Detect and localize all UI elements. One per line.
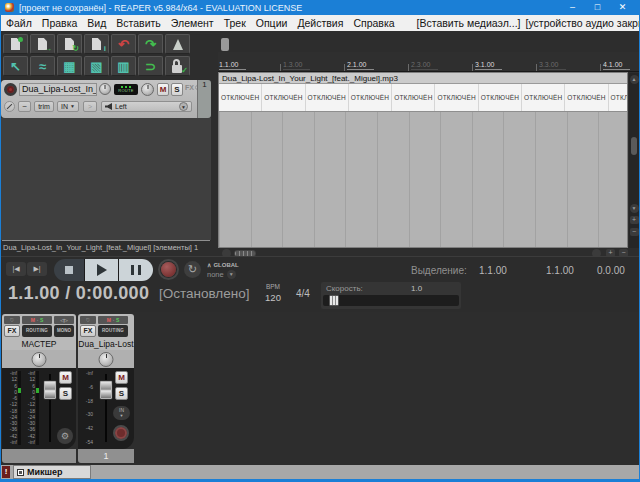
master-mute-button[interactable]: M [59, 371, 72, 384]
master-pan-knob[interactable] [32, 352, 47, 367]
menu-item-8[interactable]: Справка [348, 17, 399, 29]
new-project-button[interactable] [3, 34, 28, 54]
menu-item-5[interactable]: Трек [219, 17, 251, 29]
grid-settings-button[interactable]: ▦ [57, 56, 82, 76]
menu-item-7[interactable]: Действия [292, 17, 348, 29]
chevron-down-icon: ▼ [227, 270, 236, 279]
bpm-value[interactable]: 120 [255, 292, 291, 303]
media-item[interactable]: Dua_Lipa-Lost_In_Your_Light_[feat._Migue… [218, 72, 628, 248]
selection-end-field[interactable]: 1.1.00 [546, 265, 574, 276]
track-panel-empty-area[interactable] [1, 118, 211, 240]
offline-label: ОТКЛЮЧЁН [435, 84, 478, 111]
track-pan-knob[interactable] [141, 83, 154, 96]
stop-button[interactable] [54, 259, 85, 281]
scale-value: -18 [80, 399, 93, 404]
phase-button[interactable] [4, 101, 15, 112]
track-fx-button[interactable]: FX [80, 325, 96, 337]
vertical-scrollbar[interactable]: ▲ ▼ + − [629, 73, 639, 248]
timeline-ruler[interactable]: 1.1.000:00.001.3.000:01.002.1.000:02.002… [218, 52, 640, 72]
master-fader-thumb[interactable] [43, 380, 57, 400]
route-button[interactable]: ROUTE [114, 84, 138, 95]
channel-select-button[interactable]: Left ▼ [101, 101, 192, 112]
menu-item-2[interactable]: Вид [82, 17, 111, 29]
selection-start-field[interactable]: 1.1.00 [479, 265, 507, 276]
track-mute-button[interactable]: M [115, 371, 128, 384]
fx-enable-indicator[interactable]: ♡ [4, 316, 20, 324]
track-pan-knob[interactable] [99, 352, 114, 367]
zoom-in-vertical-button[interactable]: + [630, 216, 639, 224]
close-button[interactable]: ✕ [610, 0, 635, 15]
trim-envelope-button[interactable]: trim [34, 101, 54, 112]
pause-button[interactable] [119, 259, 153, 281]
menu-item-9[interactable]: [Вставить медиаэл...] [412, 17, 526, 29]
reaper-logo-icon [5, 3, 14, 12]
playrate-value[interactable]: 1.0 [411, 284, 422, 293]
window-title: [проект не сохранён] - REAPER v5.984/x64… [19, 3, 560, 13]
playrate-slider[interactable] [323, 295, 459, 306]
time-signature-field[interactable]: 4/4 [296, 288, 310, 299]
track-input-button[interactable]: IN▼ [113, 406, 130, 420]
track-volume-knob[interactable] [99, 83, 111, 95]
menu-item-1[interactable]: Правка [37, 17, 82, 29]
repeat-button[interactable]: ↻ [184, 261, 201, 278]
gear-icon[interactable]: ⚙ [57, 428, 73, 444]
menu-bar: ФайлПравкаВидВставитьЭлементТрекОпцииДей… [1, 15, 639, 31]
maximize-button[interactable]: □ [585, 0, 610, 15]
master-strip-name[interactable]: МАСТЕР [2, 338, 76, 350]
input-select-button[interactable]: IN▼ [57, 101, 79, 112]
scroll-up-button[interactable]: ▲ [630, 75, 639, 84]
scroll-down-button[interactable]: ▼ [630, 204, 639, 213]
lock-button[interactable]: ✓ [165, 56, 190, 76]
master-fx-button[interactable]: FX [4, 325, 20, 337]
auto-crossfade-icon: ⊃ [139, 57, 162, 75]
automation-override[interactable]: ∧GLOBAL none▼ [207, 261, 239, 279]
minimize-button[interactable]: – [560, 0, 585, 15]
redo-button[interactable]: ↷ [138, 34, 163, 54]
marquee-button[interactable]: ▧ [84, 56, 109, 76]
tab-mixer[interactable]: Микшер [13, 465, 91, 479]
open-project-button[interactable]: → [30, 34, 55, 54]
project-settings-button[interactable]: i [84, 34, 109, 54]
record-button[interactable] [158, 259, 179, 280]
go-to-end-button[interactable]: ▶| [27, 262, 47, 276]
ripple-button[interactable]: ▥ [111, 56, 136, 76]
menu-item-4[interactable]: Элемент [166, 17, 219, 29]
fx-enable-indicator[interactable]: ♡ [80, 316, 96, 324]
zoom-out-vertical-button[interactable]: − [630, 228, 639, 236]
menu-item-6[interactable]: Опции [251, 17, 293, 29]
track-solo-button[interactable]: S [115, 387, 128, 400]
track-number: 1 [202, 80, 206, 89]
play-button[interactable] [85, 259, 119, 281]
master-routing-button[interactable]: ROUTING [22, 325, 52, 337]
undo-button[interactable]: ↶ [111, 34, 136, 54]
master-mono-button[interactable]: MONO [54, 325, 74, 337]
record-arm-button[interactable] [4, 83, 17, 96]
envelope-button[interactable]: ~ [18, 101, 31, 112]
selection-length-field[interactable]: 0.0.00 [597, 265, 625, 276]
metronome-button[interactable] [165, 34, 190, 54]
auto-crossfade-button[interactable]: ⊃ [138, 56, 163, 76]
audio-device-status[interactable]: [устройство аудио закрыто] [526, 17, 640, 29]
track-strip-name[interactable]: Dua_Lipa-Lost [78, 338, 134, 350]
track-name-field[interactable]: Dua_Lipa-Lost_In_You [19, 83, 97, 96]
crossfade-button[interactable]: ≈ [30, 56, 55, 76]
go-to-start-button[interactable]: |◀ [6, 262, 26, 276]
playrate-slider-thumb[interactable] [329, 295, 339, 306]
save-project-button[interactable]: ↻ [57, 34, 82, 54]
track-routing-button[interactable]: ROUTING [98, 325, 128, 337]
track-fader-thumb[interactable] [99, 380, 113, 400]
master-solo-button[interactable]: S [59, 387, 72, 400]
project-settings-icon: i [85, 35, 108, 53]
alert-indicator[interactable]: ! [2, 466, 10, 478]
menu-item-3[interactable]: Вставить [111, 17, 166, 29]
track-record-arm-button[interactable] [113, 425, 129, 441]
monitor-button[interactable]: > [83, 101, 97, 112]
track-mute-button[interactable]: M [157, 83, 169, 96]
vertical-scroll-thumb[interactable] [631, 137, 637, 155]
edit-cursor-button[interactable]: ↖ [3, 56, 28, 76]
bpm-control[interactable]: BPM 120 [255, 283, 291, 303]
offline-label: ОТКЛЮЧЁН [306, 84, 349, 111]
splitter-handle[interactable] [221, 38, 229, 51]
menu-item-0[interactable]: Файл [1, 17, 37, 29]
track-solo-button[interactable]: S [171, 83, 183, 96]
